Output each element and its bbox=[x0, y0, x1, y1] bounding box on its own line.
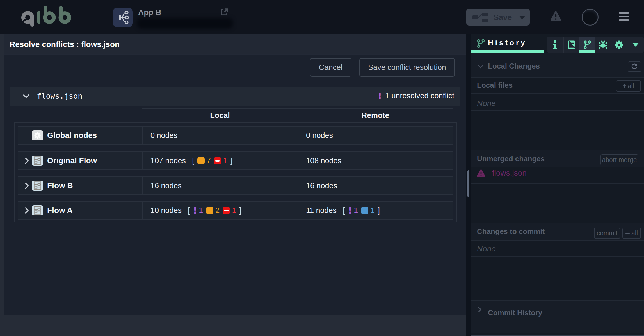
sidebar-header: History bbox=[471, 34, 644, 53]
sidebar-tab-title: History bbox=[488, 38, 527, 47]
section-local-changes[interactable]: Local Changes bbox=[471, 53, 644, 77]
unresolved-conflict-info: ! 1 unresolved conflict bbox=[378, 91, 454, 101]
merge-row-flow-a[interactable]: Flow A 10 nodes [ ! 1 2 1 ] 11 nodes bbox=[18, 201, 453, 220]
add-all-button[interactable]: + all bbox=[616, 80, 641, 92]
header-warning-icon[interactable] bbox=[550, 11, 561, 21]
merge-file-name: flows.json bbox=[37, 92, 83, 100]
changed-count: 7 bbox=[207, 156, 211, 165]
divider bbox=[471, 93, 644, 94]
chevron-right-icon[interactable] bbox=[477, 306, 482, 313]
changed-badge-icon bbox=[197, 157, 205, 164]
added-count: 1 bbox=[370, 206, 374, 215]
local-files-empty: None bbox=[477, 99, 496, 108]
resolve-conflicts-dialog: Cancel Save conflict resolution flows.js… bbox=[4, 54, 466, 315]
divider bbox=[471, 77, 644, 78]
conflict-exclamation-icon: ! bbox=[378, 91, 382, 101]
tab-help-book[interactable] bbox=[563, 37, 579, 53]
merge-file-header[interactable]: flows.json ! 1 unresolved conflict bbox=[10, 87, 460, 106]
remote-cell: 108 nodes bbox=[298, 152, 453, 169]
remote-cell: 16 nodes bbox=[298, 177, 453, 194]
cancel-button[interactable]: Cancel bbox=[310, 58, 351, 77]
open-in-new-window-icon[interactable] bbox=[221, 8, 228, 16]
dialog-title: Resolve conflicts : flows.json bbox=[10, 40, 120, 49]
merge-row-flow-b[interactable]: Flow B 16 nodes 16 nodes bbox=[18, 176, 453, 195]
qibb-logo bbox=[21, 6, 74, 29]
app-icon[interactable] bbox=[113, 8, 133, 27]
local-cell: 10 nodes [ ! 1 2 1 ] bbox=[142, 202, 298, 219]
save-conflict-resolution-button[interactable]: Save conflict resolution bbox=[359, 58, 455, 77]
tab-debug-bug[interactable] bbox=[595, 37, 611, 53]
chevron-right-icon[interactable] bbox=[24, 157, 29, 164]
chevron-right-icon[interactable] bbox=[24, 207, 29, 214]
divider bbox=[471, 167, 644, 167]
tab-settings-gear[interactable] bbox=[611, 37, 627, 53]
row-label: Original Flow bbox=[47, 156, 97, 165]
add-all-label: all bbox=[628, 82, 634, 90]
scrollbar-thumb[interactable] bbox=[467, 170, 469, 197]
bracket-close: ] bbox=[230, 156, 233, 165]
row-label-cell: Original Flow bbox=[18, 152, 142, 169]
deploy-caret-icon[interactable] bbox=[519, 16, 525, 19]
divider bbox=[471, 110, 644, 111]
changed-count: 2 bbox=[215, 206, 220, 215]
sidebar-tab-toolbar bbox=[547, 37, 644, 53]
caret-down-icon bbox=[632, 43, 639, 47]
plus-icon: + bbox=[623, 82, 626, 90]
section-title: Local Changes bbox=[488, 62, 540, 71]
local-node-count: 16 nodes bbox=[150, 181, 182, 190]
merge-rows-container: Global nodes 0 nodes 0 nodes bbox=[14, 122, 457, 222]
remote-node-count: 108 nodes bbox=[306, 156, 341, 165]
remove-all-button[interactable]: all bbox=[622, 228, 641, 239]
main-menu-icon[interactable] bbox=[619, 12, 629, 21]
tab-history-git[interactable] bbox=[579, 37, 595, 53]
remote-cell: 0 nodes bbox=[298, 127, 453, 144]
user-avatar[interactable] bbox=[582, 9, 599, 26]
sidebar-separator[interactable] bbox=[466, 34, 471, 336]
refresh-button[interactable] bbox=[628, 61, 641, 72]
bracket-close: ] bbox=[239, 206, 241, 215]
divider bbox=[471, 240, 644, 241]
row-label: Flow B bbox=[47, 181, 73, 190]
changed-badge-icon bbox=[206, 207, 213, 214]
conflict-count: 1 bbox=[354, 206, 358, 215]
unmerged-file-row[interactable]: flows.json bbox=[476, 169, 527, 178]
added-badge-icon bbox=[361, 207, 368, 214]
bracket-open: [ bbox=[343, 206, 345, 215]
deleted-badge-icon bbox=[223, 207, 230, 214]
remote-cell: 11 nodes [ ! 1 1 ] bbox=[298, 202, 453, 219]
abort-merge-button[interactable]: abort merge bbox=[600, 154, 638, 165]
to-commit-empty: None bbox=[477, 244, 496, 253]
divider bbox=[471, 183, 644, 184]
row-label: Global nodes bbox=[47, 131, 97, 140]
unresolved-conflict-count: 1 unresolved conflict bbox=[385, 92, 454, 100]
minus-icon bbox=[625, 233, 630, 234]
unmerged-file-name: flows.json bbox=[492, 169, 527, 178]
conflict-exclamation-icon: ! bbox=[348, 206, 352, 215]
local-cell: 16 nodes bbox=[142, 177, 298, 194]
to-commit-title: Changes to commit bbox=[477, 227, 545, 236]
local-files-title: Local files bbox=[477, 81, 513, 90]
tab-overflow-caret[interactable] bbox=[627, 37, 644, 53]
remote-node-count: 0 nodes bbox=[306, 131, 333, 140]
row-label: Flow A bbox=[47, 206, 73, 215]
workspace-left-gutter bbox=[0, 34, 4, 315]
git-branch-icon bbox=[477, 39, 485, 48]
tab-info[interactable] bbox=[547, 37, 563, 53]
deleted-badge-icon bbox=[214, 157, 221, 164]
chevron-down-icon[interactable] bbox=[22, 93, 30, 99]
commit-button[interactable]: commit bbox=[594, 228, 620, 239]
conflict-count: 1 bbox=[199, 206, 203, 215]
dialog-title-bar: Resolve conflicts : flows.json bbox=[4, 34, 466, 54]
row-label-cell: Flow A bbox=[18, 202, 142, 219]
deploy-node-icon bbox=[472, 12, 490, 23]
abort-merge-label: abort merge bbox=[602, 156, 637, 164]
deploy-save-button[interactable]: Save bbox=[466, 9, 530, 26]
commit-history-title: Commit History bbox=[488, 308, 542, 317]
merge-row-original-flow[interactable]: Original Flow 107 nodes [ 7 1 ] 108 node… bbox=[18, 151, 453, 170]
app-subtitle-redacted bbox=[137, 18, 233, 29]
active-tab-underline bbox=[471, 50, 544, 53]
local-cell: 107 nodes [ 7 1 ] bbox=[142, 152, 298, 169]
local-node-count: 0 nodes bbox=[150, 131, 177, 140]
chevron-right-icon[interactable] bbox=[24, 182, 29, 189]
flow-icon bbox=[32, 181, 43, 191]
